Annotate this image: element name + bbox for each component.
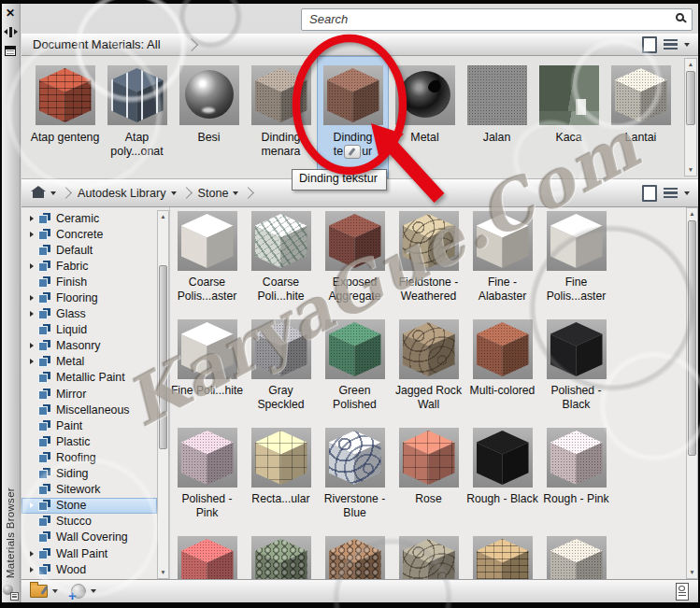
category-glass[interactable]: Glass [21,306,157,322]
doc-material-lantai[interactable]: Lantai [605,56,677,178]
library-material-rubble-river-rock[interactable]: Rubble - River Rock [244,532,318,579]
search-icon[interactable] [676,13,684,21]
expand-arrow-icon[interactable] [30,311,34,317]
category-paint[interactable]: Paint [21,417,157,433]
category-stone[interactable]: Stone [21,498,157,514]
expand-arrow-icon[interactable] [30,295,34,301]
home-icon[interactable] [33,191,44,198]
category-masonry[interactable]: Masonry [21,338,157,354]
scroll-down-icon[interactable]: ▼ [158,567,168,578]
category-flooring[interactable]: Flooring [21,290,157,305]
category-plastic[interactable]: Plastic [21,433,157,449]
library-material-fieldstone-weathered[interactable]: Fieldstone - Weathered [392,207,465,316]
thumbnail-view-icon[interactable] [642,36,657,53]
library-material-rubble-talie-west[interactable]: Rubble - Talie... West [318,532,392,579]
expand-arrow-icon[interactable] [30,232,34,237]
breadcrumb-caret-icon[interactable] [171,191,177,195]
scroll-down-icon[interactable]: ▼ [685,164,696,176]
library-material-partial[interactable] [392,532,465,579]
view-options-caret-icon[interactable] [684,191,690,195]
breadcrumb-stone[interactable]: Stone [198,187,229,200]
scroll-up-icon[interactable]: ▲ [685,59,696,70]
library-material-fine-polis-aster[interactable]: Fine Polis...aster [539,207,613,316]
category-sitework[interactable]: Sitework [21,482,157,498]
category-liquid[interactable]: Liquid [21,322,157,338]
category-finish[interactable]: Finish [21,274,157,290]
library-material-green-polished[interactable]: Green Polished [318,316,392,424]
library-material-coarse-poli-hite[interactable]: Coarse Poli...hite [244,207,318,316]
document-scrollbar[interactable]: ▲ ▼ [684,58,697,177]
library-material-recta-ular[interactable]: Recta...ular [244,424,318,532]
close-icon[interactable]: ✕ [6,7,15,20]
expand-arrow-icon[interactable] [30,343,34,348]
properties-menu-icon[interactable] [5,46,16,56]
library-material-partial[interactable] [465,532,539,579]
category-roofing[interactable]: Roofing [21,449,157,465]
library-material-coarse-polis-aster[interactable]: Coarse Polis...aster [170,207,244,316]
expand-arrow-icon[interactable] [30,216,34,221]
category-concrete[interactable]: Concrete [21,226,157,242]
doc-material-besi[interactable]: Besi [173,56,245,178]
breadcrumb-autodesk-library[interactable]: Autodesk Library [78,187,166,200]
category-metallic-paint[interactable]: Metallic Paint [21,370,157,386]
create-material-icon[interactable]: + [71,584,86,599]
category-mirror[interactable]: Mirror [21,386,157,402]
category-siding[interactable]: Siding [21,466,157,482]
library-material-gray-speckled[interactable]: Gray Speckled [244,316,318,424]
category-ceramic[interactable]: Ceramic [21,210,157,226]
library-material-rough-red[interactable]: Rough - Red [170,532,244,579]
library-material-polished-black[interactable]: Polished - Black [539,316,613,424]
library-material-fine-poli-hite[interactable]: Fine Poli...hite [170,316,244,424]
scrollbar-thumb[interactable] [686,71,695,125]
expand-arrow-icon[interactable] [30,359,34,364]
expand-arrow-icon[interactable] [30,502,34,508]
manage-libraries-icon[interactable] [30,585,48,598]
doc-material-atap-genteng[interactable]: Atap genteng [29,56,101,178]
doc-material-kaca[interactable]: Kaca [533,56,605,178]
library-material-rough-pink[interactable]: Rough - Pink [539,424,613,532]
home-caret-icon[interactable] [50,191,56,195]
library-material-rough-black[interactable]: Rough - Black [465,424,539,532]
scroll-up-icon[interactable]: ▲ [158,211,168,222]
doc-material-metal[interactable]: Metal [389,56,461,178]
scrollbar-thumb[interactable] [159,265,167,449]
create-material-caret-icon[interactable] [91,589,96,593]
manage-libraries-caret-icon[interactable] [52,589,58,593]
edit-material-icon[interactable] [344,145,361,159]
library-material-multi-colored[interactable]: Multi-colored [465,316,539,424]
expand-arrow-icon[interactable] [30,567,34,573]
view-options-caret-icon[interactable] [684,43,690,47]
open-material-editor-icon[interactable] [676,583,689,601]
autohide-icon[interactable] [5,27,17,37]
thumbnail-view-icon[interactable] [642,185,657,202]
list-view-icon[interactable] [664,39,678,50]
category-metal[interactable]: Metal [21,354,157,370]
library-material-fine-alabaster[interactable]: Fine - Alabaster [465,207,539,316]
category-stucco[interactable]: Stucco [21,514,157,530]
breadcrumb-caret-icon[interactable] [233,191,238,195]
category-miscellaneous[interactable]: Miscellaneous [21,402,157,417]
doc-material-dinding-tekstur[interactable]: Dindingteur [317,56,389,178]
grid-scrollbar[interactable]: ▲ ▼ [686,207,698,579]
library-material-partial[interactable] [539,532,613,579]
doc-material-dinding-menara[interactable]: Dinding menara [245,56,317,178]
category-default[interactable]: Default [21,242,157,258]
expand-arrow-icon[interactable] [30,263,34,269]
search-input[interactable]: Search [301,8,693,31]
category-wood[interactable]: Wood [21,561,157,577]
expand-arrow-icon[interactable] [30,551,34,557]
library-material-polished-pink[interactable]: Polished - Pink [170,424,244,532]
scroll-down-icon[interactable]: ▼ [687,567,697,578]
doc-material-jalan[interactable]: Jalan [461,56,533,178]
scrollbar-thumb[interactable] [688,220,696,456]
doc-material-atap-poly-onat[interactable]: Atap poly...onat [101,56,173,178]
scroll-up-icon[interactable]: ▲ [687,208,697,219]
list-view-icon[interactable] [664,188,678,199]
library-material-riverstone-blue[interactable]: Riverstone - Blue [318,424,392,532]
library-material-exposed-aggregate[interactable]: Exposed Aggregate [318,207,392,316]
library-material-rose[interactable]: Rose [392,424,465,532]
category-fabric[interactable]: Fabric [21,258,157,274]
library-material-jagged-rock-wall[interactable]: Jagged Rock Wall [392,316,465,424]
category-wall-paint[interactable]: Wall Paint [21,545,157,561]
category-wall-covering[interactable]: Wall Covering [21,530,157,545]
